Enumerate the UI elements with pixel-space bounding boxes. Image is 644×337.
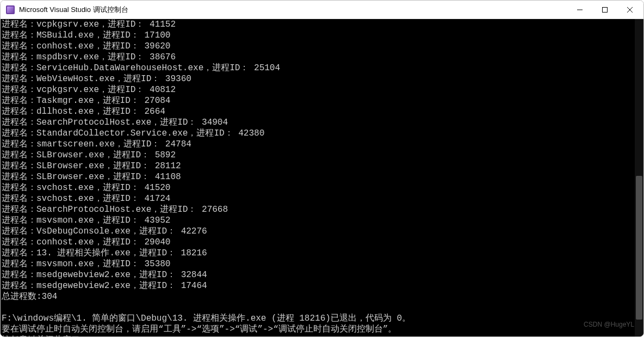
- close-button[interactable]: [617, 1, 642, 19]
- app-icon: [6, 5, 15, 14]
- process-line: 进程名：SearchProtocolHost.exe，进程ID： 27668: [2, 204, 635, 215]
- process-line: 进程名：vcpkgsrv.exe，进程ID： 41152: [2, 19, 635, 30]
- close-icon: [627, 7, 633, 13]
- process-line: 进程名：ServiceHub.DataWarehouseHost.exe，进程I…: [2, 63, 635, 73]
- hint-line: 要在调试停止时自动关闭控制台，请启用“工具”->“选项”->“调试”->“调试停…: [2, 324, 635, 335]
- process-line: 进程名：conhost.exe，进程ID： 29040: [2, 237, 635, 248]
- process-line: 进程名：WebViewHost.exe，进程ID： 39360: [2, 73, 635, 84]
- process-line: 进程名：msedgewebview2.exe，进程ID： 32844: [2, 269, 635, 280]
- svg-rect-1: [603, 7, 608, 12]
- process-line: 进程名：msedgewebview2.exe，进程ID： 17464: [2, 280, 635, 291]
- process-line: 进程名：MSBuild.exe，进程ID： 17100: [2, 30, 635, 41]
- process-line: 进程名：conhost.exe，进程ID： 39620: [2, 41, 635, 52]
- process-line: 进程名：13. 进程相关操作.exe，进程ID： 18216: [2, 248, 635, 259]
- process-line: 进程名：VsDebugConsole.exe，进程ID： 42276: [2, 226, 635, 237]
- vertical-scrollbar[interactable]: [635, 19, 643, 337]
- console-area: 进程名：vcpkgsrv.exe，进程ID： 41152进程名：MSBuild.…: [1, 19, 643, 337]
- minimize-icon: [577, 7, 583, 13]
- console-output[interactable]: 进程名：vcpkgsrv.exe，进程ID： 41152进程名：MSBuild.…: [1, 19, 635, 337]
- process-line: 进程名：svchost.exe，进程ID： 41724: [2, 193, 635, 204]
- blank-line: [2, 302, 635, 313]
- process-line: 进程名：SLBrowser.exe，进程ID： 41108: [2, 171, 635, 182]
- maximize-icon: [602, 7, 608, 13]
- process-line: 进程名：smartscreen.exe，进程ID： 24784: [2, 139, 635, 150]
- process-line: 进程名：StandardCollector.Service.exe，进程ID： …: [2, 128, 635, 139]
- minimize-button[interactable]: [567, 1, 592, 19]
- process-line: 进程名：msvsmon.exe，进程ID： 35380: [2, 259, 635, 269]
- scrollbar-thumb[interactable]: [636, 176, 642, 320]
- exit-line: F:\windows编程\1. 简单的窗口\Debug\13. 进程相关操作.e…: [2, 313, 635, 324]
- process-line: 进程名：mspdbsrv.exe，进程ID： 38676: [2, 52, 635, 63]
- app-window: Microsoft Visual Studio 调试控制台 进程名：vcpkgs…: [0, 0, 644, 337]
- process-line: 进程名：Taskmgr.exe，进程ID： 27084: [2, 95, 635, 106]
- process-line: 进程名：dllhost.exe，进程ID： 2664: [2, 106, 635, 117]
- window-title: Microsoft Visual Studio 调试控制台: [19, 5, 128, 15]
- total-line: 总进程数:304: [2, 291, 635, 302]
- process-line: 进程名：vcpkgsrv.exe，进程ID： 40812: [2, 84, 635, 95]
- maximize-button[interactable]: [592, 1, 617, 19]
- process-line: 进程名：SearchProtocolHost.exe，进程ID： 34904: [2, 117, 635, 128]
- process-line: 进程名：SLBrowser.exe，进程ID： 5892: [2, 150, 635, 161]
- close-prompt-line: 按任意键关闭此窗口. . .: [2, 335, 635, 337]
- process-line: 进程名：SLBrowser.exe，进程ID： 28112: [2, 161, 635, 171]
- process-line: 进程名：svchost.exe，进程ID： 41520: [2, 182, 635, 193]
- process-line: 进程名：msvsmon.exe，进程ID： 43952: [2, 215, 635, 226]
- titlebar[interactable]: Microsoft Visual Studio 调试控制台: [1, 1, 643, 19]
